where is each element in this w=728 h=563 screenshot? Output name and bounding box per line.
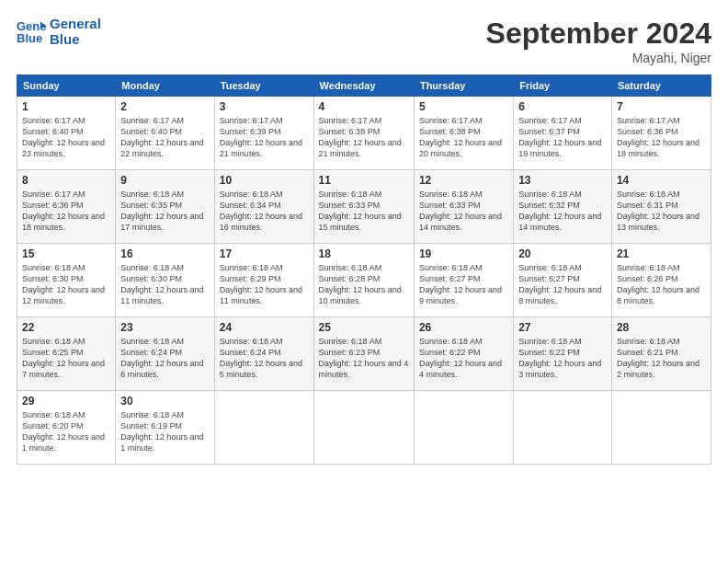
day-cell: 15 Sunrise: 6:18 AM Sunset: 6:30 PM Dayl… — [17, 244, 116, 317]
day-number: 12 — [419, 174, 508, 187]
day-cell: 23 Sunrise: 6:18 AM Sunset: 6:24 PM Dayl… — [116, 317, 215, 391]
day-info: Sunrise: 6:18 AM Sunset: 6:27 PM Dayligh… — [518, 262, 607, 307]
day-cell: 26 Sunrise: 6:18 AM Sunset: 6:22 PM Dayl… — [414, 317, 513, 391]
day-number: 27 — [518, 321, 607, 334]
day-cell: 3 Sunrise: 6:17 AM Sunset: 6:39 PM Dayli… — [214, 97, 313, 170]
day-cell: 13 Sunrise: 6:18 AM Sunset: 6:32 PM Dayl… — [514, 170, 612, 244]
week-row-2: 8 Sunrise: 6:17 AM Sunset: 6:36 PM Dayli… — [17, 170, 711, 244]
day-cell: 12 Sunrise: 6:18 AM Sunset: 6:33 PM Dayl… — [414, 170, 513, 244]
day-cell: 6 Sunrise: 6:17 AM Sunset: 6:37 PM Dayli… — [514, 97, 612, 170]
day-number: 23 — [120, 321, 210, 334]
page: General Blue General Blue September 2024… — [0, 0, 728, 563]
day-info: Sunrise: 6:18 AM Sunset: 6:31 PM Dayligh… — [617, 189, 706, 234]
day-cell — [214, 391, 313, 465]
logo: General Blue General Blue — [17, 17, 101, 47]
day-number: 4 — [319, 100, 409, 113]
day-cell: 9 Sunrise: 6:18 AM Sunset: 6:35 PM Dayli… — [116, 170, 215, 244]
day-number: 25 — [319, 321, 409, 334]
day-cell: 20 Sunrise: 6:18 AM Sunset: 6:27 PM Dayl… — [514, 244, 612, 317]
day-cell: 4 Sunrise: 6:17 AM Sunset: 6:38 PM Dayli… — [313, 97, 414, 170]
day-number: 14 — [617, 174, 706, 187]
week-row-5: 29 Sunrise: 6:18 AM Sunset: 6:20 PM Dayl… — [17, 391, 711, 465]
day-number: 29 — [22, 395, 110, 408]
day-info: Sunrise: 6:18 AM Sunset: 6:20 PM Dayligh… — [22, 409, 110, 454]
calendar-header-row: SundayMondayTuesdayWednesdayThursdayFrid… — [17, 75, 711, 97]
day-info: Sunrise: 6:17 AM Sunset: 6:37 PM Dayligh… — [518, 115, 607, 160]
day-info: Sunrise: 6:17 AM Sunset: 6:36 PM Dayligh… — [617, 115, 706, 160]
day-cell: 8 Sunrise: 6:17 AM Sunset: 6:36 PM Dayli… — [17, 170, 116, 244]
col-header-tuesday: Tuesday — [214, 75, 313, 97]
day-info: Sunrise: 6:18 AM Sunset: 6:34 PM Dayligh… — [220, 189, 309, 234]
day-number: 5 — [419, 100, 508, 113]
day-info: Sunrise: 6:17 AM Sunset: 6:39 PM Dayligh… — [220, 115, 309, 160]
day-number: 6 — [518, 100, 607, 113]
col-header-monday: Monday — [116, 75, 215, 97]
week-row-3: 15 Sunrise: 6:18 AM Sunset: 6:30 PM Dayl… — [17, 244, 711, 317]
day-number: 20 — [518, 247, 607, 260]
day-cell — [313, 391, 414, 465]
day-info: Sunrise: 6:18 AM Sunset: 6:26 PM Dayligh… — [617, 262, 706, 307]
day-number: 10 — [220, 174, 309, 187]
day-number: 9 — [120, 174, 210, 187]
day-number: 15 — [22, 247, 110, 260]
col-header-sunday: Sunday — [17, 75, 116, 97]
day-info: Sunrise: 6:17 AM Sunset: 6:38 PM Dayligh… — [319, 115, 409, 160]
day-info: Sunrise: 6:17 AM Sunset: 6:40 PM Dayligh… — [120, 115, 210, 160]
day-number: 28 — [617, 321, 706, 334]
col-header-friday: Friday — [514, 75, 612, 97]
day-cell: 10 Sunrise: 6:18 AM Sunset: 6:34 PM Dayl… — [214, 170, 313, 244]
day-number: 7 — [617, 100, 706, 113]
logo-general: General — [50, 17, 101, 32]
day-info: Sunrise: 6:17 AM Sunset: 6:38 PM Dayligh… — [419, 115, 508, 160]
day-cell: 21 Sunrise: 6:18 AM Sunset: 6:26 PM Dayl… — [611, 244, 711, 317]
day-info: Sunrise: 6:18 AM Sunset: 6:23 PM Dayligh… — [319, 336, 409, 381]
day-info: Sunrise: 6:18 AM Sunset: 6:35 PM Dayligh… — [120, 189, 210, 234]
header: General Blue General Blue September 2024… — [17, 17, 711, 65]
day-info: Sunrise: 6:18 AM Sunset: 6:33 PM Dayligh… — [319, 189, 409, 234]
col-header-thursday: Thursday — [414, 75, 513, 97]
day-number: 21 — [617, 247, 706, 260]
day-cell: 14 Sunrise: 6:18 AM Sunset: 6:31 PM Dayl… — [611, 170, 711, 244]
day-number: 1 — [22, 100, 110, 113]
day-info: Sunrise: 6:18 AM Sunset: 6:27 PM Dayligh… — [419, 262, 508, 307]
day-cell — [414, 391, 513, 465]
week-row-1: 1 Sunrise: 6:17 AM Sunset: 6:40 PM Dayli… — [17, 97, 711, 170]
day-info: Sunrise: 6:18 AM Sunset: 6:21 PM Dayligh… — [617, 336, 706, 381]
day-info: Sunrise: 6:18 AM Sunset: 6:30 PM Dayligh… — [22, 262, 110, 307]
day-cell: 24 Sunrise: 6:18 AM Sunset: 6:24 PM Dayl… — [214, 317, 313, 391]
day-number: 11 — [319, 174, 409, 187]
day-cell — [611, 391, 711, 465]
day-info: Sunrise: 6:18 AM Sunset: 6:24 PM Dayligh… — [120, 336, 210, 381]
day-cell: 22 Sunrise: 6:18 AM Sunset: 6:25 PM Dayl… — [17, 317, 116, 391]
day-cell: 28 Sunrise: 6:18 AM Sunset: 6:21 PM Dayl… — [611, 317, 711, 391]
day-number: 2 — [120, 100, 210, 113]
calendar-table: SundayMondayTuesdayWednesdayThursdayFrid… — [17, 75, 711, 465]
col-header-wednesday: Wednesday — [313, 75, 414, 97]
day-info: Sunrise: 6:18 AM Sunset: 6:29 PM Dayligh… — [220, 262, 309, 307]
day-cell: 16 Sunrise: 6:18 AM Sunset: 6:30 PM Dayl… — [116, 244, 215, 317]
day-number: 22 — [22, 321, 110, 334]
day-cell: 18 Sunrise: 6:18 AM Sunset: 6:28 PM Dayl… — [313, 244, 414, 317]
day-cell: 5 Sunrise: 6:17 AM Sunset: 6:38 PM Dayli… — [414, 97, 513, 170]
day-cell: 25 Sunrise: 6:18 AM Sunset: 6:23 PM Dayl… — [313, 317, 414, 391]
calendar-body: 1 Sunrise: 6:17 AM Sunset: 6:40 PM Dayli… — [17, 97, 711, 465]
month-title: September 2024 — [486, 17, 711, 51]
day-number: 24 — [220, 321, 309, 334]
day-info: Sunrise: 6:18 AM Sunset: 6:32 PM Dayligh… — [518, 189, 607, 234]
day-info: Sunrise: 6:18 AM Sunset: 6:25 PM Dayligh… — [22, 336, 110, 381]
day-info: Sunrise: 6:18 AM Sunset: 6:22 PM Dayligh… — [518, 336, 607, 381]
day-info: Sunrise: 6:18 AM Sunset: 6:24 PM Dayligh… — [220, 336, 309, 381]
day-number: 13 — [518, 174, 607, 187]
day-cell: 7 Sunrise: 6:17 AM Sunset: 6:36 PM Dayli… — [611, 97, 711, 170]
day-cell: 11 Sunrise: 6:18 AM Sunset: 6:33 PM Dayl… — [313, 170, 414, 244]
day-info: Sunrise: 6:17 AM Sunset: 6:36 PM Dayligh… — [22, 189, 110, 234]
day-number: 18 — [319, 247, 409, 260]
day-info: Sunrise: 6:18 AM Sunset: 6:33 PM Dayligh… — [419, 189, 508, 234]
day-cell: 30 Sunrise: 6:18 AM Sunset: 6:19 PM Dayl… — [116, 391, 215, 465]
day-info: Sunrise: 6:18 AM Sunset: 6:22 PM Dayligh… — [419, 336, 508, 381]
day-number: 3 — [220, 100, 309, 113]
week-row-4: 22 Sunrise: 6:18 AM Sunset: 6:25 PM Dayl… — [17, 317, 711, 391]
day-cell — [514, 391, 612, 465]
day-number: 17 — [220, 247, 309, 260]
day-cell: 19 Sunrise: 6:18 AM Sunset: 6:27 PM Dayl… — [414, 244, 513, 317]
